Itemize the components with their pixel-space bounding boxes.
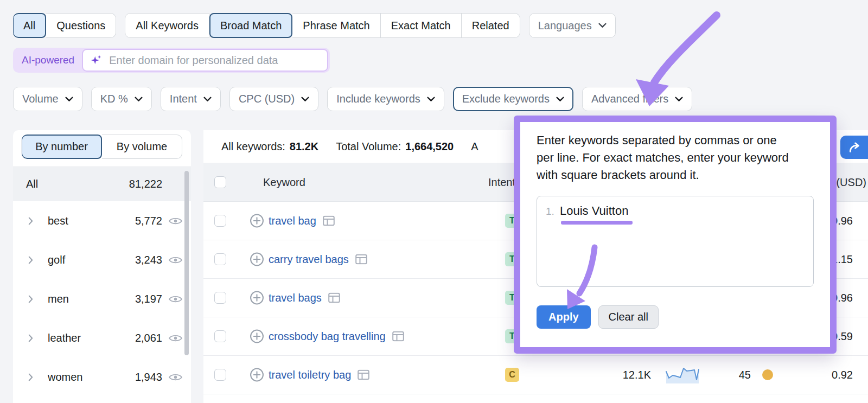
ai-powered-bar: AI-powered bbox=[13, 48, 330, 73]
eye-icon[interactable] bbox=[169, 216, 182, 226]
add-keyword-icon[interactable] bbox=[250, 214, 264, 228]
chevron-down-icon bbox=[598, 23, 607, 28]
row-checkbox[interactable] bbox=[214, 215, 226, 227]
chevron-down-icon bbox=[556, 97, 564, 102]
domain-input[interactable] bbox=[109, 54, 320, 67]
serp-features-icon[interactable] bbox=[323, 216, 335, 226]
eye-icon[interactable] bbox=[169, 334, 182, 343]
select-all-checkbox[interactable] bbox=[214, 176, 226, 188]
table-row: travel toiletry bag C 12.1K 45 0.92 bbox=[203, 356, 868, 394]
match-type-group: All Keywords Broad Match Phrase Match Ex… bbox=[125, 13, 520, 38]
sidebar-all-count: 81,222 bbox=[129, 178, 162, 190]
serp-features-icon[interactable] bbox=[358, 370, 369, 380]
row-checkbox[interactable] bbox=[214, 330, 226, 342]
keyword-link[interactable]: travel bags bbox=[269, 292, 322, 304]
intent-badge: C bbox=[505, 368, 519, 382]
volume-value: 12.1K bbox=[586, 369, 651, 381]
serp-features-icon[interactable] bbox=[392, 331, 404, 342]
sidebar-scrollbar[interactable] bbox=[184, 171, 189, 355]
intent-filter-label: Intent bbox=[170, 93, 197, 105]
chevron-right-icon bbox=[28, 217, 33, 225]
tab-exact-match[interactable]: Exact Match bbox=[381, 13, 462, 38]
export-button[interactable] bbox=[840, 136, 868, 159]
keyword-link[interactable]: travel bag bbox=[269, 215, 316, 227]
chevron-right-icon bbox=[28, 295, 33, 303]
include-keywords-dropdown[interactable]: Include keywords bbox=[327, 87, 444, 111]
tab-all-keywords[interactable]: All Keywords bbox=[125, 13, 209, 38]
exclude-keywords-dropdown[interactable]: Exclude keywords bbox=[453, 87, 573, 111]
advanced-filters-dropdown[interactable]: Advanced filters bbox=[582, 87, 692, 111]
total-volume-value: 1,664,520 bbox=[405, 140, 454, 153]
chevron-right-icon bbox=[28, 373, 33, 381]
serp-features-icon[interactable] bbox=[355, 254, 367, 265]
kd-difficulty-dot bbox=[762, 369, 773, 380]
tab-phrase-match[interactable]: Phrase Match bbox=[292, 13, 380, 38]
group-count: 2,061 bbox=[135, 332, 162, 344]
eye-icon[interactable] bbox=[169, 295, 182, 304]
row-checkbox[interactable] bbox=[214, 253, 226, 265]
intent-filter-dropdown[interactable]: Intent bbox=[161, 87, 221, 111]
eye-icon[interactable] bbox=[169, 373, 182, 382]
clear-all-button[interactable]: Clear all bbox=[598, 305, 659, 329]
ai-powered-badge: AI-powered bbox=[22, 54, 74, 66]
kd-value: 45 bbox=[718, 369, 751, 381]
stats-cutoff-fragment: A bbox=[471, 140, 478, 153]
keyword-link[interactable]: carry travel bags bbox=[269, 253, 349, 266]
sort-by-number-button[interactable]: By number bbox=[22, 135, 102, 159]
chevron-down-icon bbox=[135, 97, 143, 102]
group-label: men bbox=[48, 293, 69, 305]
keyword-link[interactable]: travel toiletry bag bbox=[269, 369, 351, 381]
group-label: best bbox=[48, 215, 68, 227]
sparkle-icon bbox=[91, 54, 103, 66]
eye-icon[interactable] bbox=[169, 255, 182, 265]
serp-features-icon[interactable] bbox=[328, 293, 340, 303]
sort-by-volume-button[interactable]: By volume bbox=[102, 135, 182, 159]
languages-dropdown[interactable]: Languages bbox=[529, 13, 616, 38]
add-keyword-icon[interactable] bbox=[250, 329, 264, 344]
filters-row: Volume KD % Intent CPC (USD) Include key… bbox=[13, 87, 692, 111]
group-count: 5,772 bbox=[135, 215, 162, 227]
group-label: golf bbox=[48, 254, 65, 266]
exclude-keywords-label: Exclude keywords bbox=[462, 93, 550, 105]
sidebar-item-leather[interactable]: leather 2,061 bbox=[13, 318, 191, 357]
sidebar-item-best[interactable]: best 5,772 bbox=[13, 201, 191, 240]
kd-filter-dropdown[interactable]: KD % bbox=[91, 87, 152, 111]
chevron-down-icon bbox=[675, 97, 683, 102]
chevron-down-icon bbox=[203, 97, 212, 102]
sidebar-item-golf[interactable]: golf 3,243 bbox=[13, 240, 191, 279]
kd-filter-label: KD % bbox=[100, 93, 128, 105]
add-keyword-icon[interactable] bbox=[250, 368, 264, 382]
add-keyword-icon[interactable] bbox=[250, 252, 264, 267]
apply-button[interactable]: Apply bbox=[537, 305, 591, 329]
row-checkbox[interactable] bbox=[214, 292, 226, 304]
tab-all[interactable]: All bbox=[13, 13, 46, 38]
exclude-keywords-popup: Enter keywords separated by commas or on… bbox=[514, 116, 837, 354]
sidebar-item-women[interactable]: women 1,943 bbox=[13, 357, 191, 396]
group-count: 3,243 bbox=[135, 254, 162, 266]
sidebar-sort-toggle: By number By volume bbox=[22, 135, 182, 159]
row-checkbox[interactable] bbox=[214, 369, 226, 381]
domain-input-wrapper bbox=[82, 49, 328, 72]
sidebar-item-men[interactable]: men 3,197 bbox=[13, 279, 191, 318]
keyword-groups-sidebar: By number By volume All 81,222 best 5,77… bbox=[13, 130, 191, 403]
exclude-keywords-textarea[interactable]: 1. Louis Vuitton bbox=[537, 196, 814, 287]
chevron-right-icon bbox=[28, 334, 33, 342]
keyword-highlight-underline bbox=[561, 221, 633, 225]
tab-related[interactable]: Related bbox=[462, 13, 520, 38]
volume-filter-dropdown[interactable]: Volume bbox=[13, 87, 82, 111]
cpc-value: 0.92 bbox=[803, 369, 853, 381]
share-arrow-icon bbox=[848, 140, 862, 155]
tab-questions[interactable]: Questions bbox=[46, 13, 116, 38]
chevron-down-icon bbox=[301, 97, 309, 102]
group-count: 1,943 bbox=[135, 371, 162, 383]
column-header-intent: Intent bbox=[488, 176, 515, 188]
add-keyword-icon[interactable] bbox=[250, 291, 264, 305]
all-keywords-value: 81.2K bbox=[290, 140, 318, 153]
tab-broad-match[interactable]: Broad Match bbox=[209, 13, 292, 38]
cpc-filter-dropdown[interactable]: CPC (USD) bbox=[229, 87, 318, 111]
sidebar-item-all[interactable]: All 81,222 bbox=[13, 167, 191, 201]
all-keywords-label: All keywords: bbox=[221, 140, 285, 153]
keyword-link[interactable]: crossbody bag travelling bbox=[269, 330, 386, 343]
sidebar-all-label: All bbox=[26, 178, 38, 190]
trend-sparkline bbox=[665, 365, 700, 385]
